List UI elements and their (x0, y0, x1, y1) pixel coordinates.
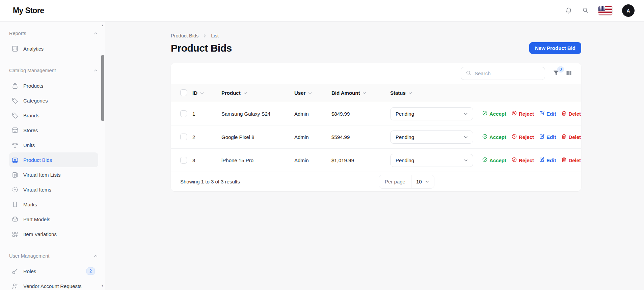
status-select[interactable]: Pending (390, 154, 473, 167)
cell-user: Admin (294, 134, 331, 140)
column-header-bid-amount[interactable]: Bid Amount (331, 90, 390, 96)
cell-bid-amount: $849.99 (331, 111, 390, 117)
edit-button[interactable]: Edit (539, 110, 556, 117)
status-value: Pending (396, 134, 414, 140)
sidebar-item-item-variations[interactable]: Item Variations (9, 227, 98, 241)
reject-button[interactable]: Reject (511, 110, 534, 117)
accept-button[interactable]: Accept (482, 134, 506, 140)
sidebar-section: Catalog Management Products Categories B… (9, 65, 98, 241)
delete-button[interactable]: Delete (561, 157, 581, 164)
language-flag-us[interactable] (598, 6, 613, 16)
per-page-select[interactable]: 10 (411, 175, 434, 188)
sidebar-item-roles[interactable]: Roles 2 (9, 264, 98, 279)
status-select[interactable]: Pending (390, 130, 473, 144)
cell-user: Admin (294, 111, 331, 117)
chevron-up-icon (93, 31, 98, 36)
bar-chart-icon (11, 45, 19, 52)
sidebar-item-virtual-items[interactable]: Virtual Items (9, 182, 98, 197)
global-search-button[interactable] (582, 7, 589, 14)
status-select[interactable]: Pending (390, 107, 473, 120)
cell-product: Samsung Galaxy S24 (221, 111, 294, 117)
column-header-user[interactable]: User (294, 90, 331, 96)
per-page-control: Per page 10 (379, 175, 434, 188)
check-circle-icon (482, 134, 488, 140)
sidebar-item-label: Vendor Account Requests (23, 283, 95, 289)
row-actions: Accept Reject Edit Delete (482, 157, 581, 164)
columns-button[interactable] (565, 69, 572, 78)
accept-button[interactable]: Accept (482, 157, 506, 164)
chevron-down-icon (243, 90, 248, 95)
sidebar-item-badge: 2 (86, 267, 95, 275)
reject-button[interactable]: Reject (511, 134, 534, 140)
delete-button[interactable]: Delete (561, 110, 581, 117)
column-header-id[interactable]: ID (192, 90, 221, 96)
main-area: Product Bids List Product Bids New Produ… (105, 22, 644, 290)
sidebar-section-header[interactable]: User Management (9, 251, 98, 261)
sidebar-item-products[interactable]: Products (9, 78, 98, 93)
edit-button[interactable]: Edit (539, 134, 556, 140)
row-checkbox[interactable] (180, 157, 187, 164)
row-actions: Accept Reject Edit Delete (482, 110, 581, 117)
sidebar-item-stores[interactable]: Stores (9, 123, 98, 138)
notifications-button[interactable] (565, 6, 572, 15)
sidebar-item-categories[interactable]: Categories (9, 93, 98, 108)
chevron-down-icon (362, 90, 367, 95)
key-icon (11, 268, 19, 275)
sidebar-item-label: Product Bids (23, 157, 95, 163)
table-search-input[interactable] (475, 70, 540, 76)
sidebar-item-analytics[interactable]: Analytics (9, 41, 98, 56)
cell-product: Google Pixel 8 (221, 134, 294, 140)
sidebar-item-marks[interactable]: Marks (9, 197, 98, 212)
cell-id: 3 (192, 157, 221, 163)
edit-button[interactable]: Edit (539, 157, 556, 164)
sidebar-section-label: Catalog Management (9, 68, 56, 73)
status-value: Pending (396, 157, 414, 163)
storefront-icon (11, 127, 19, 134)
cell-id: 2 (192, 134, 221, 140)
row-checkbox[interactable] (180, 134, 187, 140)
sidebar-item-brands[interactable]: Brands (9, 108, 98, 123)
column-header-status[interactable]: Status (390, 90, 482, 96)
sidebar-item-vendor-account-requests[interactable]: Vendor Account Requests (9, 279, 98, 290)
table-row: 1 Samsung Galaxy S24 Admin $849.99 Pendi… (171, 102, 581, 125)
chevron-up-icon (93, 68, 98, 73)
scales-icon (11, 142, 19, 149)
sidebar-section-label: User Management (9, 253, 49, 259)
sidebar-section-header[interactable]: Catalog Management (9, 65, 98, 76)
trash-icon (561, 110, 567, 117)
reject-button[interactable]: Reject (511, 157, 534, 164)
header-actions: A (565, 4, 635, 17)
sidebar-item-product-bids[interactable]: Product Bids (9, 152, 98, 167)
table-row: 3 iPhone 15 Pro Admin $1,019.99 Pending … (171, 149, 581, 172)
delete-button[interactable]: Delete (561, 134, 581, 140)
row-checkbox[interactable] (180, 110, 187, 117)
banknote-icon (11, 156, 19, 164)
user-avatar[interactable]: A (622, 4, 635, 17)
sidebar-scrollbar-thumb[interactable] (101, 55, 104, 121)
sidebar-scroll-down-arrow[interactable]: ▼ (101, 284, 104, 288)
breadcrumb-current[interactable]: List (211, 33, 219, 38)
sidebar-section: Reports Analytics (9, 28, 98, 56)
sidebar-scroll-up-arrow[interactable]: ▲ (101, 24, 104, 27)
column-header-product[interactable]: Product (221, 90, 294, 96)
grid-plus-icon (11, 231, 19, 238)
chevron-up-icon (93, 254, 98, 259)
select-all-checkbox[interactable] (180, 89, 187, 96)
table-toolbar: 0 (171, 63, 581, 84)
avatar-letter: A (626, 8, 630, 13)
x-circle-icon (511, 134, 517, 140)
sidebar-section-label: Reports (9, 31, 26, 36)
filter-button[interactable]: 0 (553, 69, 560, 78)
table-body: 1 Samsung Galaxy S24 Admin $849.99 Pendi… (171, 102, 581, 172)
chevron-down-icon (463, 157, 468, 163)
x-circle-icon (511, 157, 517, 164)
sidebar-item-units[interactable]: Units (9, 138, 98, 152)
accept-button[interactable]: Accept (482, 110, 506, 117)
new-product-bid-button[interactable]: New Product Bid (529, 42, 581, 54)
breadcrumb-parent[interactable]: Product Bids (171, 33, 198, 38)
sidebar-section-header[interactable]: Reports (9, 28, 98, 38)
sidebar-item-part-models[interactable]: Part Models (9, 212, 98, 227)
sidebar-item-label: Stores (23, 127, 95, 133)
edit-pencil-icon (539, 134, 545, 140)
sidebar-item-virtual-item-lists[interactable]: Virtual Item Lists (9, 167, 98, 182)
